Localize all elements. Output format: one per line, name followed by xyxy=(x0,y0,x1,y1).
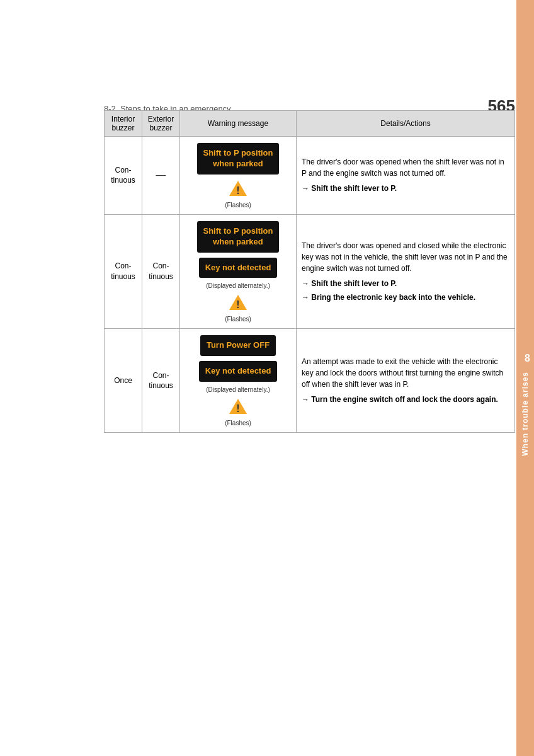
col-header-warning: Warning message xyxy=(180,111,297,137)
warning-triangle-icon-3: ! xyxy=(228,398,248,415)
warning-box-turn-power-off: Turn Power OFF xyxy=(200,335,276,356)
details-cell-3: An attempt was made to exit the vehicle … xyxy=(297,329,515,433)
warning-box-shift-p-2: Shift to P positionwhen parked xyxy=(197,221,280,253)
displayed-alternately-note: (Displayed alternately.) xyxy=(206,282,270,289)
warning-message-cell: Shift to P positionwhen parked Key not d… xyxy=(180,214,297,329)
flashes-note-3: (Flashes) xyxy=(225,420,251,427)
interior-buzzer-cell: Con-tinuous xyxy=(105,137,142,215)
flashes-note-2: (Flashes) xyxy=(225,316,251,323)
interior-buzzer-cell: Once xyxy=(105,329,142,433)
col-header-interior: Interior buzzer xyxy=(105,111,142,137)
displayed-alternately-note-2: (Displayed alternately.) xyxy=(206,386,270,393)
warning-box-shift-p: Shift to P positionwhen parked xyxy=(197,143,280,175)
warning-triangle-icon-2: ! xyxy=(228,294,248,311)
svg-text:!: ! xyxy=(236,403,239,414)
col-header-details: Details/Actions xyxy=(297,111,515,137)
exterior-buzzer-cell: Con-tinuous xyxy=(142,214,180,329)
exterior-buzzer-cell: Con-tinuous xyxy=(142,329,180,433)
table-row: Once Con-tinuous Turn Power OFF Key not … xyxy=(105,329,515,433)
svg-text:!: ! xyxy=(236,185,239,196)
warning-box-key-not-detected-1: Key not detected xyxy=(199,258,278,278)
main-table: Interior buzzer Exterior buzzer Warning … xyxy=(104,110,515,433)
warning-box-key-not-detected-2: Key not detected xyxy=(199,361,278,382)
chapter-number: 8 xyxy=(525,353,530,364)
exterior-buzzer-cell: — xyxy=(142,137,180,215)
warning-triangle-icon: ! xyxy=(228,180,248,197)
side-tab-label: When trouble arises xyxy=(521,372,530,456)
details-cell-1: The driver's door was opened when the sh… xyxy=(297,137,515,215)
svg-text:!: ! xyxy=(236,299,239,310)
interior-buzzer-cell: Con-tinuous xyxy=(105,214,142,329)
details-cell-2: The driver's door was opened and closed … xyxy=(297,214,515,329)
warning-message-cell: Shift to P positionwhen parked ! (Flashe… xyxy=(180,137,297,215)
table-row: Con-tinuous — Shift to P positionwhen pa… xyxy=(105,137,515,215)
warning-col-inner: Turn Power OFF Key not detected (Display… xyxy=(185,333,291,428)
side-tab: 8 When trouble arises xyxy=(516,0,534,756)
table-row: Con-tinuous Con-tinuous Shift to P posit… xyxy=(105,214,515,329)
page-container: 8 When trouble arises 8-2. Steps to take… xyxy=(0,0,534,756)
warning-message-cell: Turn Power OFF Key not detected (Display… xyxy=(180,329,297,433)
col-header-exterior: Exterior buzzer xyxy=(142,111,180,137)
flashes-note: (Flashes) xyxy=(225,202,251,209)
warning-col-inner: Shift to P positionwhen parked ! (Flashe… xyxy=(185,140,291,210)
warning-col-inner: Shift to P positionwhen parked Key not d… xyxy=(185,219,291,325)
